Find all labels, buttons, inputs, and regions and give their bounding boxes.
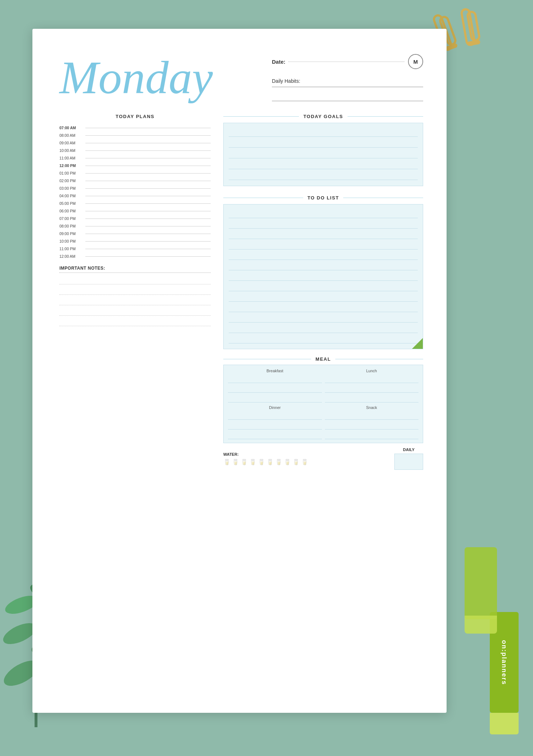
notes-line	[59, 297, 211, 305]
important-notes-section: IMPORTANT NOTES:	[59, 266, 211, 326]
time-label: 12:00 AM	[59, 254, 85, 258]
daily-label: DAILY	[394, 447, 423, 452]
todo-line	[229, 230, 418, 239]
time-label: 08:00 PM	[59, 224, 85, 228]
time-label: 09:00 PM	[59, 231, 85, 236]
time-slots-container: 07:00 AM08:00 AM09:00 AM10:00 AM11:00 AM…	[59, 126, 211, 258]
today-goals-section: TODAY GOALS	[223, 114, 423, 186]
goal-line	[229, 149, 418, 158]
main-content: TODAY PLANS 07:00 AM08:00 AM09:00 AM10:0…	[59, 114, 423, 470]
time-label: 07:00 PM	[59, 216, 85, 221]
todo-line	[229, 292, 418, 302]
meal-grid: Breakfast Lunch	[223, 365, 423, 443]
important-notes-label: IMPORTANT NOTES:	[59, 266, 211, 273]
snack-line-3	[325, 431, 419, 439]
snack-line-1	[325, 412, 419, 420]
highlighter-cap	[465, 616, 497, 634]
glass-icon: 🥛	[258, 459, 265, 465]
todo-title: TO DO LIST	[303, 195, 344, 201]
time-label: 10:00 AM	[59, 148, 85, 153]
daily-box	[394, 454, 423, 470]
water-glasses: 🥛🥛🥛🥛🥛🥛🥛🥛🥛🥛	[223, 459, 308, 465]
snack-line-2	[325, 422, 419, 429]
time-slot: 11:00 AM	[59, 156, 211, 160]
todo-line	[229, 334, 418, 343]
goal-line	[229, 171, 418, 180]
habits-line-2	[272, 101, 423, 101]
time-line	[85, 226, 211, 226]
time-slot: 11:00 PM	[59, 247, 211, 251]
breakfast-label: Breakfast	[228, 369, 322, 373]
time-label: 10:00 PM	[59, 239, 85, 243]
time-slot: 12:00 AM	[59, 254, 211, 258]
time-label: 04:00 PM	[59, 194, 85, 198]
time-slot: 06:00 PM	[59, 209, 211, 213]
time-slot: 02:00 PM	[59, 179, 211, 183]
time-label: 07:00 AM	[59, 126, 85, 130]
time-label: 02:00 PM	[59, 179, 85, 183]
todo-line	[229, 251, 418, 260]
dinner-label: Dinner	[228, 405, 322, 410]
time-slot: 03:00 PM	[59, 186, 211, 190]
todo-line	[229, 219, 418, 229]
time-line	[85, 150, 211, 151]
dinner-line-1	[228, 412, 322, 420]
time-line	[85, 135, 211, 136]
todo-title-line-right	[343, 198, 423, 198]
time-label: 03:00 PM	[59, 186, 85, 190]
time-slot: 08:00 PM	[59, 224, 211, 228]
time-line	[85, 249, 211, 249]
goals-title: TODAY GOALS	[299, 114, 347, 119]
todo-title-line-left	[223, 198, 303, 198]
todo-line	[229, 209, 418, 218]
meal-snack-cell: Snack	[325, 405, 419, 439]
water-label: WATER:	[223, 452, 308, 456]
breakfast-line-2	[228, 385, 322, 393]
glass-icon: 🥛	[223, 459, 230, 465]
glass-icon: 🥛	[292, 459, 300, 465]
today-plans-title: TODAY PLANS	[59, 114, 211, 119]
date-dotted-line	[288, 62, 404, 62]
time-slot: 07:00 PM	[59, 216, 211, 221]
time-line	[85, 211, 211, 211]
date-habits-section: Date: M Daily Habits:	[272, 49, 423, 101]
lunch-line-1	[325, 375, 419, 383]
time-line	[85, 181, 211, 181]
header-area: Monday Date: M Daily Habits:	[59, 49, 423, 101]
todo-line	[229, 313, 418, 323]
todo-title-row: TO DO LIST	[223, 195, 423, 201]
water-section: WATER: 🥛🥛🥛🥛🥛🥛🥛🥛🥛🥛 DAILY	[223, 447, 423, 470]
planner-page: Monday Date: M Daily Habits:	[32, 29, 447, 713]
time-line	[85, 241, 211, 242]
todo-line	[229, 303, 418, 312]
time-slot: 09:00 AM	[59, 141, 211, 145]
todo-line	[229, 282, 418, 291]
goals-title-line-right	[348, 116, 423, 117]
todo-box	[223, 204, 423, 349]
time-slot: 09:00 PM	[59, 231, 211, 236]
todo-section: TO DO LIST	[223, 195, 423, 349]
time-slot: 04:00 PM	[59, 194, 211, 198]
time-line	[85, 219, 211, 219]
goals-title-row: TODAY GOALS	[223, 114, 423, 119]
breakfast-line-3	[228, 395, 322, 402]
dinner-line-2	[228, 422, 322, 429]
time-label: 12:00 PM	[59, 163, 85, 168]
meal-title: MEAL	[311, 356, 335, 362]
notes-line	[59, 318, 211, 326]
todo-line	[229, 324, 418, 333]
green-flag	[412, 338, 423, 349]
lunch-line-3	[325, 395, 419, 402]
goal-line	[229, 138, 418, 148]
notes-line	[59, 276, 211, 284]
dinner-line-3	[228, 431, 322, 439]
time-line	[85, 173, 211, 174]
time-label: 06:00 PM	[59, 209, 85, 213]
lunch-line-2	[325, 385, 419, 393]
snack-label: Snack	[325, 405, 419, 410]
todo-line	[229, 271, 418, 281]
time-slot: 01:00 PM	[59, 171, 211, 175]
time-slot: 05:00 PM	[59, 201, 211, 206]
daily-habits-section: Daily Habits:	[272, 78, 423, 101]
glass-icon: 🥛	[301, 459, 308, 465]
